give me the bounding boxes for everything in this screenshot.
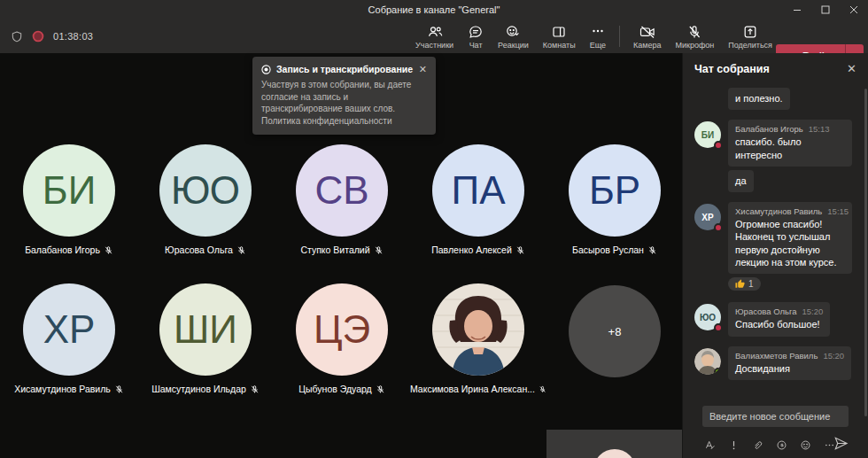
- message-time: 15:13: [809, 124, 830, 134]
- avatar: ХР: [694, 204, 721, 230]
- mic-muted-icon: [114, 384, 124, 394]
- participants-button[interactable]: Участники: [408, 22, 461, 51]
- participant-name: Шамсутдинов Ильдар: [151, 384, 246, 394]
- message-text: Досвидания: [735, 362, 844, 375]
- message-text: Спасибо большое!: [735, 318, 823, 330]
- chat-message: ЮО Юрасова Ольга15:20 Спасибо большое!: [694, 302, 859, 336]
- message-reaction[interactable]: 1: [728, 277, 761, 291]
- camera-off-icon: [639, 24, 656, 40]
- thumbs-up-icon: [735, 279, 745, 289]
- rooms-button[interactable]: Комнаты: [536, 22, 583, 51]
- reaction-count: 1: [748, 279, 754, 289]
- avatar: СВ: [296, 144, 388, 237]
- chat-button[interactable]: Чат: [461, 22, 491, 51]
- rooms-icon: [551, 24, 567, 40]
- chat-scrollbar[interactable]: [864, 89, 867, 416]
- avatar-photo: [694, 348, 721, 375]
- message-author: Валиахметов Равиль: [735, 351, 818, 361]
- record-icon: [261, 65, 271, 74]
- participant-tile: СВ Ступко Виталий: [274, 144, 410, 255]
- chat-panel-title: Чат собрания: [694, 63, 847, 75]
- maximize-button[interactable]: [811, 0, 840, 19]
- more-icon: [590, 24, 606, 40]
- share-label: Поделиться: [728, 41, 772, 50]
- banner-body-text: Участвуя в этом собрании, вы даете согла…: [261, 80, 411, 113]
- status-badge: [714, 141, 723, 150]
- message-author: Хисамутдинов Равиль: [735, 206, 822, 216]
- participant-name: Максимова Ирина Алексан...: [410, 384, 535, 394]
- window-title: Собрание в канале "General": [0, 0, 868, 19]
- chat-message-continuation: да: [694, 170, 859, 192]
- participant-name: Павленко Алексей: [431, 245, 512, 255]
- reactions-button[interactable]: Реакции: [491, 22, 536, 51]
- more-button[interactable]: Еще: [583, 22, 613, 51]
- priority-icon[interactable]: [728, 439, 740, 451]
- participant-name: Хисамутдинов Равиль: [14, 384, 111, 394]
- avatar: ХР: [23, 283, 115, 376]
- close-button[interactable]: [840, 0, 868, 19]
- reactions-label: Реакции: [498, 41, 529, 50]
- avatar: ЦЭ: [296, 283, 388, 376]
- participant-tile: ХР Хисамутдинов Равиль: [1, 283, 137, 394]
- message-time: 15:15: [827, 206, 849, 216]
- avatar: ЮО: [694, 304, 721, 330]
- avatar: БИ: [23, 144, 115, 237]
- avatar: БИ: [694, 121, 721, 148]
- chat-message: Валиахметов Равиль15:20 Досвидания: [694, 346, 859, 380]
- mic-muted-icon: [376, 384, 385, 394]
- status-badge: [714, 223, 723, 232]
- mic-off-icon: [686, 24, 702, 40]
- banner-close-icon[interactable]: ✕: [419, 65, 427, 74]
- emoji-icon[interactable]: [800, 439, 811, 451]
- participant-tile: БИ Балабанов Игорь: [1, 144, 137, 255]
- mic-muted-icon: [250, 384, 260, 394]
- avatar: БР: [569, 144, 661, 237]
- banner-title: Запись и транскрибирование: [276, 64, 414, 74]
- rooms-label: Комнаты: [543, 41, 576, 50]
- chat-message-continuation: и полезно.: [694, 88, 859, 110]
- participant-name: Юрасова Ольга: [165, 245, 233, 255]
- message-author: Балабанов Игорь: [735, 124, 803, 134]
- participant-tile: Максимова Ирина Алексан...: [410, 283, 546, 394]
- teams-meeting-window: Собрание в канале "General" 01:38:03: [0, 0, 868, 458]
- camera-label: Камера: [633, 41, 661, 50]
- camera-button[interactable]: Камера: [626, 22, 668, 51]
- mic-muted-icon: [539, 384, 546, 394]
- format-icon[interactable]: [704, 439, 716, 451]
- message-text: Огромное спасибо! Наконец то услышал пер…: [735, 218, 845, 268]
- self-view-tile[interactable]: МА: [546, 430, 682, 458]
- message-input[interactable]: [702, 406, 849, 427]
- mic-muted-icon: [515, 245, 525, 255]
- toolbar-buttons: Участники Чат: [408, 19, 779, 53]
- reactions-icon: [505, 24, 521, 40]
- shield-icon: [11, 30, 23, 43]
- giphy-icon[interactable]: [776, 439, 787, 451]
- message-author: Юрасова Ольга: [735, 307, 796, 316]
- chat-close-icon[interactable]: ✕: [847, 62, 856, 75]
- minimize-button[interactable]: [783, 0, 811, 19]
- participant-photo: [432, 283, 524, 376]
- avatar: ПА: [432, 144, 524, 237]
- meeting-toolbar: 01:38:03 Участники Ч: [0, 19, 868, 53]
- send-icon[interactable]: [833, 436, 849, 451]
- toolbar-divider: [619, 26, 620, 47]
- share-button[interactable]: Поделиться: [721, 22, 779, 51]
- privacy-policy-link[interactable]: Политика конфиденциальности: [261, 116, 392, 126]
- overflow-count: +8: [569, 285, 661, 377]
- mic-muted-icon: [104, 245, 113, 255]
- chat-message: ХР Хисамутдинов Равиль15:15 Огромное спа…: [694, 202, 859, 274]
- recording-banner: Запись и транскрибирование ✕ Участвуя в …: [252, 57, 436, 135]
- participant-name: Ступко Виталий: [300, 245, 369, 255]
- attach-icon[interactable]: [752, 439, 763, 451]
- recording-indicator-icon: [32, 30, 44, 43]
- overflow-tile[interactable]: +8: [546, 285, 683, 377]
- mic-muted-icon: [236, 245, 246, 255]
- chat-message-list[interactable]: и полезно. БИ Балабанов Игорь15:13 спаси…: [683, 84, 868, 381]
- status-badge: [714, 368, 721, 375]
- chat-icon: [468, 24, 484, 40]
- participant-tile: ЮО Юрасова Ольга: [137, 144, 274, 255]
- meeting-timer: 01:38:03: [53, 31, 93, 42]
- microphone-button[interactable]: Микрофон: [668, 22, 721, 51]
- more-label: Еще: [590, 41, 606, 50]
- avatar: ЮО: [159, 144, 252, 237]
